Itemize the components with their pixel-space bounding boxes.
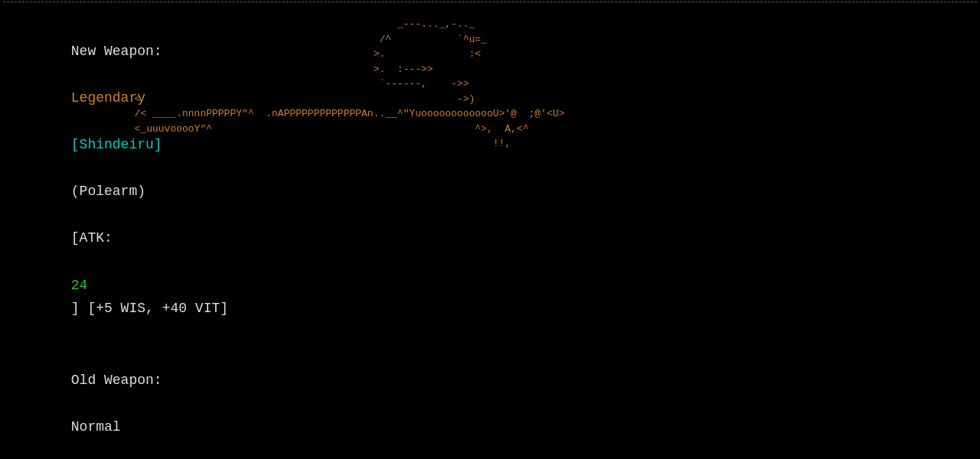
old-weapon-line: Old Weapon: Normal Flatbow (Bow) [ATK: 1… — [21, 345, 959, 459]
new-weapon-stats: ] [+5 WIS, +40 VIT] — [71, 301, 228, 316]
old-weapon-rarity: Normal — [71, 419, 121, 435]
new-weapon-type: (Polearm) — [71, 184, 145, 199]
new-weapon-atk-label: [ATK: — [71, 230, 113, 246]
ascii-art: _---..._,-.._ /^ `^u=_ >. :< >. :--->> — [122, 17, 564, 151]
main-screen: ++ _---..._,-.._ /^ `^u=_ >. :< — [0, 0, 980, 459]
new-weapon-atk-value: 24 — [71, 278, 88, 293]
old-weapon-label: Old Weapon: — [71, 373, 162, 388]
